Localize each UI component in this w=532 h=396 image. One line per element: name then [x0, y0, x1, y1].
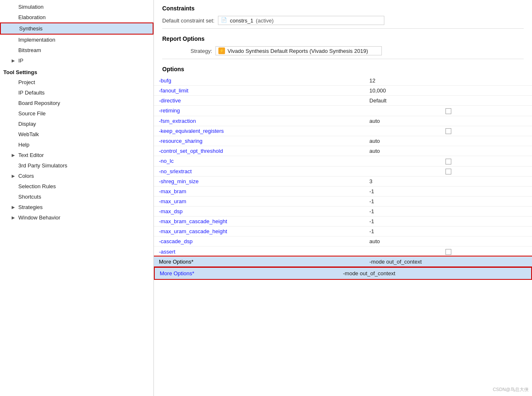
sidebar-item-implementation[interactable]: Implementation	[0, 35, 153, 45]
option-name: -fsm_extraction	[154, 116, 364, 126]
option-value: 12	[364, 76, 532, 86]
more-options-bottom-row[interactable]: More Options* -mode out_of_context	[154, 267, 532, 280]
option-name: -control_set_opt_threshold	[154, 146, 364, 156]
options-table: -bufg12-fanout_limit10,000-directiveDefa…	[154, 76, 532, 267]
sidebar-item-3rd-party[interactable]: 3rd Party Simulators	[0, 160, 153, 171]
report-options-title: Report Options	[154, 30, 532, 45]
option-value: 10,000	[364, 86, 532, 96]
sidebar-item-help[interactable]: Help	[0, 139, 153, 150]
table-row[interactable]: -max_dsp-1	[154, 207, 532, 217]
sidebar-item-source-file[interactable]: Source File	[0, 108, 153, 119]
option-name: -max_dsp	[154, 207, 364, 217]
table-row[interactable]: More Options*-mode out_of_context	[154, 257, 532, 266]
option-value: -1	[364, 197, 532, 207]
expand-icon-colors: ▶	[12, 174, 17, 178]
strategy-value: Vivado Synthesis Default Reports (Vivado…	[228, 48, 368, 54]
option-name: More Options*	[154, 257, 364, 266]
option-value: -1	[364, 187, 532, 197]
tool-settings-header: Tool Settings	[0, 66, 153, 77]
option-value[interactable]	[364, 247, 532, 257]
checkbox[interactable]	[445, 108, 451, 114]
sidebar-item-simulation[interactable]: Simulation	[0, 2, 153, 12]
sidebar-item-colors[interactable]: ▶ Colors	[0, 171, 153, 181]
divider-1	[162, 28, 524, 29]
sidebar-item-webtalk[interactable]: WebTalk	[0, 129, 153, 139]
option-value: auto	[364, 136, 532, 146]
option-name: -assert	[154, 247, 364, 257]
table-row[interactable]: -fsm_extractionauto	[154, 116, 532, 126]
sidebar-item-project[interactable]: Project	[0, 77, 153, 87]
option-name: -keep_equivalent_registers	[154, 126, 364, 136]
sidebar-item-shortcuts[interactable]: Shortcuts	[0, 192, 153, 202]
option-name: -no_lc	[154, 156, 364, 167]
checkbox[interactable]	[445, 249, 451, 255]
table-row[interactable]: -resource_sharingauto	[154, 136, 532, 146]
option-name: -bufg	[154, 76, 364, 86]
option-name: -max_bram	[154, 187, 364, 197]
checkbox[interactable]	[445, 128, 451, 134]
sidebar-item-synthesis[interactable]: Synthesis	[0, 22, 153, 35]
table-row[interactable]: -bufg12	[154, 76, 532, 86]
table-row[interactable]: -max_uram-1	[154, 197, 532, 207]
sidebar-item-display[interactable]: Display	[0, 119, 153, 129]
table-row[interactable]: -no_lc	[154, 156, 532, 167]
option-value: -1	[364, 227, 532, 237]
option-value: 3	[364, 177, 532, 187]
option-name: -fanout_limit	[154, 86, 364, 96]
option-name: -shreg_min_size	[154, 177, 364, 187]
file-icon: 📄	[221, 17, 228, 24]
constraints-title: Constraints	[154, 0, 532, 14]
main-content: Constraints Default constraint set: 📄 co…	[154, 0, 532, 396]
table-row[interactable]: -cascade_dspauto	[154, 237, 532, 247]
option-value: auto	[364, 116, 532, 126]
constraint-status: (active)	[256, 17, 274, 24]
option-value: -mode out_of_context	[364, 257, 532, 266]
option-value[interactable]	[364, 156, 532, 167]
checkbox[interactable]	[445, 159, 451, 164]
option-name: -max_uram_cascade_height	[154, 227, 364, 237]
table-row[interactable]: -fanout_limit10,000	[154, 86, 532, 96]
option-value[interactable]	[364, 106, 532, 116]
table-row[interactable]: -shreg_min_size3	[154, 177, 532, 187]
sidebar-item-ip[interactable]: ▶ IP	[0, 55, 153, 66]
table-row[interactable]: -control_set_opt_thresholdauto	[154, 146, 532, 156]
sidebar-item-selection-rules[interactable]: Selection Rules	[0, 181, 153, 192]
option-value[interactable]	[364, 126, 532, 136]
option-name: -directive	[154, 96, 364, 106]
option-value: -1	[364, 217, 532, 227]
table-row[interactable]: -max_bram_cascade_height-1	[154, 217, 532, 227]
table-row[interactable]: -no_srlextract	[154, 166, 532, 177]
sidebar-item-elaboration[interactable]: Elaboration	[0, 12, 153, 22]
constraint-value-box[interactable]: 📄 constrs_1 (active)	[218, 16, 384, 25]
sidebar-item-text-editor[interactable]: ▶ Text Editor	[0, 150, 153, 160]
table-row[interactable]: -max_uram_cascade_height-1	[154, 227, 532, 237]
options-title: Options	[154, 61, 532, 75]
table-row[interactable]: -max_bram-1	[154, 187, 532, 197]
option-name: -max_uram	[154, 197, 364, 207]
strategy-row: Strategy: ⚡ Vivado Synthesis Default Rep…	[154, 45, 532, 57]
strategy-value-box[interactable]: ⚡ Vivado Synthesis Default Reports (Viva…	[215, 46, 382, 55]
strategy-label: Strategy:	[162, 48, 212, 54]
sidebar-item-ip-defaults[interactable]: IP Defaults	[0, 87, 153, 98]
expand-icon-text-editor: ▶	[12, 153, 17, 157]
option-value[interactable]	[364, 166, 532, 177]
divider-2	[162, 59, 524, 59]
checkbox[interactable]	[445, 169, 451, 174]
sidebar-item-board-repository[interactable]: Board Repository	[0, 98, 153, 108]
option-value: -1	[364, 207, 532, 217]
option-name: -retiming	[154, 106, 364, 116]
expand-icon-ip: ▶	[12, 58, 17, 63]
option-name: -resource_sharing	[154, 136, 364, 146]
sidebar-item-bitstream[interactable]: Bitstream	[0, 45, 153, 55]
table-row[interactable]: -directiveDefault	[154, 96, 532, 106]
table-row[interactable]: -assert	[154, 247, 532, 257]
option-name: -cascade_dsp	[154, 237, 364, 247]
constraint-label: Default constraint set:	[162, 17, 215, 24]
sidebar-item-strategies[interactable]: ▶ Strategies	[0, 202, 153, 212]
table-row[interactable]: -keep_equivalent_registers	[154, 126, 532, 136]
sidebar-item-window-behavior[interactable]: ▶ Window Behavior	[0, 212, 153, 223]
option-value: Default	[364, 96, 532, 106]
option-value: auto	[364, 237, 532, 247]
table-row[interactable]: -retiming	[154, 106, 532, 116]
more-options-value: -mode out_of_context	[343, 269, 527, 277]
